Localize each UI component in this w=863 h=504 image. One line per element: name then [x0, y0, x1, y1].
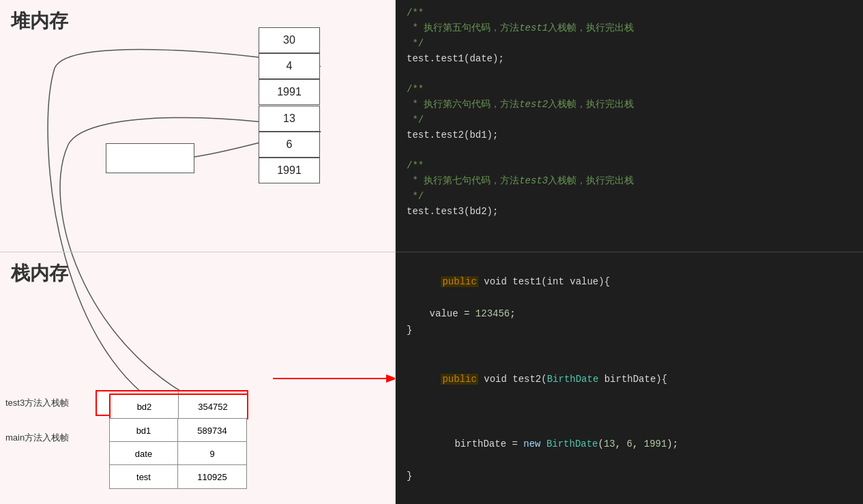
date-value: 9 [178, 442, 246, 465]
code-line-3: */ [407, 36, 852, 51]
stack-title: 栈内存 [11, 261, 68, 286]
heap-object-2: 13 6 1991 [259, 106, 320, 183]
code-b2: value = 123456; [407, 306, 852, 323]
code-b1: public void test1(int value){ [407, 258, 852, 306]
code-b4 [407, 339, 852, 355]
bd2-row-highlighted: bd2 354752 [109, 394, 248, 419]
code-top: /** * 执行第五句代码，方法test1入栈帧，执行完出栈 */ test.t… [396, 0, 863, 252]
code-line-7: * 执行第六句代码，方法test2入栈帧，执行完出栈 [407, 97, 852, 112]
code-line-1: /** [407, 5, 852, 20]
code-b9 [407, 485, 852, 501]
heap-ref-box [106, 143, 194, 173]
code-b10: public void test(BirthDate birthDate){ [407, 501, 852, 504]
date-row: date 9 [109, 441, 247, 466]
test-name: test [110, 465, 178, 488]
code-line-12: * 执行第七句代码，方法test3入栈帧，执行完出栈 [407, 173, 852, 188]
code-line-6: /** [407, 82, 852, 97]
heap-cell-30: 30 [259, 27, 320, 53]
code-line-2: * 执行第五句代码，方法test1入栈帧，执行完出栈 [407, 20, 852, 35]
test-value: 110925 [178, 465, 246, 488]
test3-label: test3方法入栈帧 [5, 397, 69, 409]
code-line-13: */ [407, 189, 852, 204]
stack-section: 栈内存 test3方法入栈帧 birthDate 354752 main方法入栈… [0, 252, 395, 504]
heap-object-1: 30 4 1991 [259, 27, 320, 105]
main-label: main方法入栈帧 [5, 432, 69, 444]
right-panel: /** * 执行第五句代码，方法test1入栈帧，执行完出栈 */ test.t… [396, 0, 863, 504]
code-line-9: test.test2(bd1); [407, 128, 852, 143]
bd1-row: bd1 589734 [109, 418, 247, 443]
code-b7: birthDate = new BirthDate(13, 6, 1991); [407, 420, 852, 469]
heap-section: 堆内存 30 4 1991 13 6 1991 [0, 0, 395, 252]
code-b5: public void test2(BirthDate birthDate){ [407, 355, 852, 404]
code-line-11: /** [407, 158, 852, 173]
bd2-name: bd2 [111, 395, 179, 418]
code-bottom: public void test1(int value){ value = 12… [396, 252, 863, 504]
heap-cell-6: 6 [259, 132, 320, 158]
code-line-14: test.test3(bd2); [407, 204, 852, 219]
bd2-value: 354752 [179, 395, 247, 418]
date-name: date [110, 442, 178, 465]
heap-title: 堆内存 [11, 8, 68, 34]
heap-cell-1991b: 1991 [259, 158, 320, 183]
heap-cell-13: 13 [259, 106, 320, 132]
code-line-4: test.test1(date); [407, 51, 852, 66]
code-b6 [407, 404, 852, 420]
left-panel: 堆内存 30 4 1991 13 6 1991 栈内存 test3方法入栈帧 b… [0, 0, 396, 504]
code-line-10 [407, 143, 852, 158]
bd1-name: bd1 [110, 419, 178, 442]
code-line-5 [407, 67, 852, 82]
test-row: test 110925 [109, 464, 247, 489]
heap-cell-1991a: 1991 [259, 79, 320, 105]
code-line-8: */ [407, 113, 852, 128]
code-b3: } [407, 323, 852, 339]
code-b8: } [407, 469, 852, 485]
bd1-value: 589734 [178, 419, 246, 442]
heap-cell-4: 4 [259, 53, 320, 79]
